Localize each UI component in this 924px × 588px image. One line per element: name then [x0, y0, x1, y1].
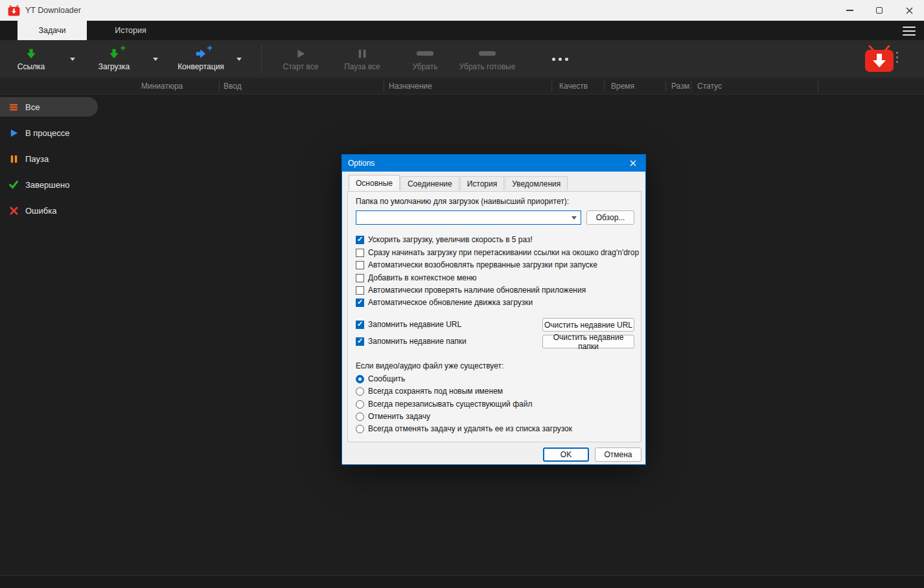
browse-button[interactable]: Обзор...	[586, 210, 634, 225]
checkbox-icon[interactable]	[356, 274, 364, 282]
radio-cancel-and-remove[interactable]: Всегда отменять задачу и удалять ее из с…	[356, 424, 572, 434]
radio-cancel-task[interactable]: Отменить задачу	[356, 411, 430, 422]
sidebar-item-error[interactable]: Ошибка	[0, 201, 104, 220]
minimize-icon	[846, 10, 853, 11]
titlebar: YT Downloader	[0, 0, 924, 21]
checkbox-icon[interactable]	[356, 321, 364, 329]
checkbox-remember-urls[interactable]: Запомнить недавние URL	[356, 319, 461, 330]
dialog-tab-history[interactable]: История	[460, 176, 505, 190]
checkbox-resume-on-startup[interactable]: Автоматически возобновлять прерванные за…	[356, 260, 597, 270]
radio-overwrite[interactable]: Всегда перезаписывать существующий файл	[356, 399, 532, 409]
column-quality[interactable]: Качеств	[559, 78, 588, 95]
maximize-icon	[876, 7, 883, 14]
tab-history[interactable]: История	[87, 21, 174, 40]
remove-done-label: Убрать готовые	[459, 62, 516, 71]
chevron-down-icon	[153, 58, 158, 61]
checkbox-icon[interactable]	[356, 249, 364, 257]
app-window: YT Downloader Задачи История Ссылка	[0, 0, 924, 588]
remove-done-icon	[479, 47, 496, 60]
dialog-titlebar[interactable]: Options	[342, 155, 645, 172]
play-icon	[8, 128, 19, 138]
minimize-button[interactable]	[835, 0, 864, 21]
default-folder-combobox[interactable]	[356, 210, 581, 225]
menu-button[interactable]	[901, 25, 918, 37]
convert-plus-icon: +	[195, 47, 207, 60]
column-size[interactable]: Разм	[671, 78, 689, 95]
sidebar-item-in-progress[interactable]: В процессе	[0, 123, 104, 142]
column-input[interactable]: Ввод	[224, 78, 242, 95]
radio-icon[interactable]	[356, 425, 364, 433]
dialog-close-button[interactable]	[621, 155, 645, 172]
more-actions-button[interactable]	[547, 40, 573, 78]
checkbox-check-updates[interactable]: Автоматически проверять наличие обновлен…	[356, 285, 586, 295]
start-all-label: Старт все	[283, 62, 319, 71]
dialog-tab-connection[interactable]: Соединение	[400, 176, 459, 190]
remove-done-button[interactable]: Убрать готовые	[455, 43, 520, 74]
radio-icon[interactable]	[356, 400, 364, 409]
convert-button[interactable]: + Конвертация	[172, 43, 230, 74]
ellipsis-icon	[552, 58, 555, 61]
checkbox-icon[interactable]	[356, 299, 364, 307]
column-status[interactable]: Статус	[697, 78, 722, 95]
sidebar-item-paused[interactable]: Пауза	[0, 149, 104, 168]
radio-icon[interactable]	[356, 387, 364, 396]
default-folder-input[interactable]	[356, 211, 568, 224]
tab-tasks-label: Задачи	[39, 26, 66, 35]
download-label: Загрузка	[98, 62, 130, 71]
checkbox-icon[interactable]	[356, 261, 364, 269]
sidebar-item-all[interactable]: Все	[0, 97, 98, 117]
remove-icon	[417, 47, 433, 60]
list-icon	[8, 102, 19, 112]
checkbox-engine-autoupdate[interactable]: Автоматическое обновление движка загрузк…	[356, 297, 533, 308]
add-link-button[interactable]: Ссылка	[10, 43, 52, 74]
convert-dropdown[interactable]	[229, 43, 249, 74]
radio-icon[interactable]	[356, 413, 364, 421]
checkbox-remember-folders[interactable]: Запомнить недавние папки	[356, 336, 467, 346]
cancel-button[interactable]: Отмена	[595, 447, 641, 462]
remove-label: Убрать	[412, 62, 437, 71]
sidebar-item-label: В процессе	[25, 128, 70, 138]
check-icon	[8, 179, 19, 190]
drag-handle-icon[interactable]	[896, 52, 898, 63]
tab-history-label: История	[115, 26, 146, 35]
app-logo-icon	[8, 5, 20, 16]
checkbox-icon[interactable]	[356, 286, 364, 295]
checkbox-context-menu[interactable]: Добавить в контекстное меню	[356, 273, 477, 283]
clear-recent-folders-button[interactable]: Очистить недавние папки	[542, 335, 634, 348]
combo-dropdown-icon[interactable]	[568, 211, 581, 224]
dialog-tab-general[interactable]: Основные	[349, 175, 400, 190]
add-link-icon	[25, 47, 37, 60]
start-all-button[interactable]: Старт все	[275, 43, 327, 74]
remove-button[interactable]: Убрать	[399, 43, 451, 74]
toolbar: Ссылка + Загрузка + Конвертация Старт вс…	[0, 40, 924, 78]
main-tab-bar: Задачи История	[0, 21, 924, 40]
sidebar-item-completed[interactable]: Завершено	[0, 175, 104, 194]
close-button[interactable]	[894, 0, 924, 21]
close-icon	[630, 160, 636, 166]
pause-all-button[interactable]: Пауза все	[336, 43, 388, 74]
column-destination[interactable]: Назначение	[389, 78, 432, 95]
clear-recent-urls-button[interactable]: Очистить недавние URL	[542, 318, 634, 332]
checkbox-icon[interactable]	[356, 236, 364, 244]
tab-tasks[interactable]: Задачи	[17, 21, 87, 40]
app-download-logo-icon[interactable]	[864, 45, 894, 73]
radio-ask[interactable]: Сообщить	[356, 374, 405, 384]
radio-save-new-name[interactable]: Всегда сохранять под новым именем	[356, 386, 503, 396]
checkbox-dragdrop-start[interactable]: Сразу начинать загрузку при перетаскиван…	[356, 247, 639, 258]
dialog-tabs: Основные Соединение История Уведомления	[349, 176, 568, 190]
file-exists-label: Если видео/аудио файл уже существует:	[356, 361, 503, 370]
dialog-tab-page: Папка по умолчанию для загрузок (наивысш…	[347, 191, 641, 442]
toolbar-separator	[261, 44, 262, 74]
download-dropdown[interactable]	[146, 43, 165, 74]
column-time[interactable]: Время	[611, 78, 634, 95]
checkbox-accelerate[interactable]: Ускорить загрузку, увеличив скорость в 5…	[356, 234, 533, 245]
add-link-dropdown[interactable]	[63, 43, 82, 74]
checkbox-icon[interactable]	[356, 337, 364, 346]
download-button[interactable]: + Загрузка	[91, 43, 137, 74]
default-folder-label: Папка по умолчанию для загрузок (наивысш…	[356, 197, 569, 206]
ok-button[interactable]: OK	[543, 447, 589, 462]
column-thumbnail[interactable]: Миниатюра	[141, 78, 183, 95]
dialog-tab-notifications[interactable]: Уведомления	[505, 176, 568, 190]
maximize-button[interactable]	[864, 0, 894, 21]
radio-icon[interactable]	[356, 375, 364, 383]
